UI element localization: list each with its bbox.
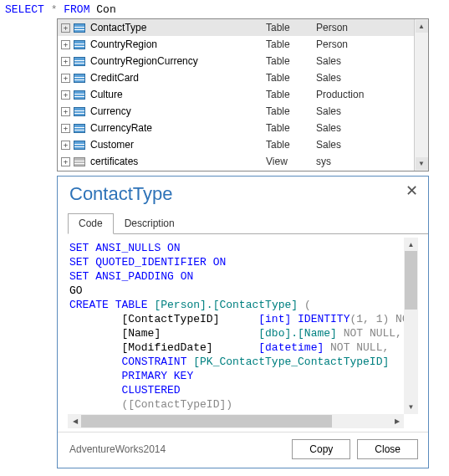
autocomplete-item[interactable]: +CurrencyRateTableSales [58, 120, 414, 136]
item-name: CreditCard [90, 72, 266, 84]
item-name: Culture [90, 89, 266, 100]
code-horizontal-scrollbar[interactable]: ◀ ▶ [68, 414, 404, 428]
item-type: View [266, 156, 316, 167]
item-schema: Person [316, 38, 414, 50]
table-icon [74, 57, 85, 66]
item-name: Currency [90, 105, 266, 117]
item-type: Table [266, 22, 316, 33]
expand-icon[interactable]: + [61, 74, 70, 83]
table-icon [74, 141, 85, 150]
item-type: Table [266, 122, 316, 134]
item-name: certificates [90, 156, 266, 167]
scroll-down-icon[interactable]: ▼ [416, 157, 428, 170]
autocomplete-item[interactable]: +CountryRegionCurrencyTableSales [58, 53, 414, 69]
sql-typed-text: Con [96, 3, 115, 16]
table-icon [74, 74, 85, 83]
item-schema: Sales [316, 105, 414, 117]
detail-title: ContactType [69, 183, 173, 205]
table-icon [74, 107, 85, 116]
autocomplete-item[interactable]: +CurrencyTableSales [58, 103, 414, 120]
item-type: Table [266, 139, 316, 151]
item-name: CurrencyRate [90, 122, 266, 134]
item-schema: Sales [316, 139, 414, 151]
table-icon [74, 124, 85, 133]
item-type: Table [266, 72, 316, 84]
scroll-left-icon[interactable]: ◀ [69, 415, 81, 427]
expand-icon[interactable]: + [61, 57, 70, 66]
table-icon [74, 90, 85, 100]
autocomplete-item[interactable]: +CountryRegionTablePerson [58, 36, 414, 53]
code-vertical-scrollbar[interactable]: ▲ ▼ [404, 238, 418, 414]
item-type: Table [266, 89, 316, 100]
autocomplete-item[interactable]: +CustomerTableSales [58, 136, 414, 153]
autocomplete-item[interactable]: +certificatesViewsys [58, 153, 414, 170]
copy-button[interactable]: Copy [292, 439, 350, 459]
expand-icon[interactable]: + [61, 124, 70, 133]
tab-description[interactable]: Description [114, 213, 186, 234]
item-schema: Sales [316, 122, 414, 134]
item-name: CountryRegion [90, 38, 266, 50]
database-name: AdventureWorks2014 [69, 443, 166, 455]
autocomplete-item[interactable]: +CultureTableProduction [58, 86, 414, 103]
expand-icon[interactable]: + [61, 107, 70, 116]
close-button[interactable]: Close [357, 439, 418, 459]
scroll-thumb[interactable] [405, 251, 417, 310]
scroll-up-icon[interactable]: ▲ [416, 20, 428, 33]
scroll-thumb[interactable] [81, 415, 332, 427]
item-schema: sys [316, 156, 414, 167]
table-icon [74, 40, 85, 49]
close-icon[interactable]: ✕ [406, 183, 418, 198]
item-schema: Person [316, 22, 414, 33]
sql-keyword: SELECT [5, 3, 44, 16]
expand-icon[interactable]: + [61, 23, 70, 33]
table-icon [74, 23, 85, 33]
item-name: CountryRegionCurrency [90, 55, 266, 67]
item-schema: Sales [316, 72, 414, 84]
item-type: Table [266, 38, 316, 50]
object-detail-popup: ContactType ✕ Code Description SET ANSI_… [57, 176, 429, 468]
sql-editor-line[interactable]: SELECT * FROM Con [0, 0, 449, 19]
sql-star: * [51, 3, 58, 16]
autocomplete-scrollbar[interactable]: ▲ ▼ [414, 19, 428, 171]
sql-keyword: FROM [64, 3, 89, 16]
scroll-up-icon[interactable]: ▲ [405, 238, 417, 251]
item-name: Customer [90, 139, 266, 151]
scroll-right-icon[interactable]: ▶ [390, 415, 403, 427]
item-type: Table [266, 55, 316, 67]
view-icon [74, 157, 85, 166]
autocomplete-item[interactable]: +CreditCardTableSales [58, 69, 414, 86]
autocomplete-item[interactable]: +ContactTypeTablePerson [58, 19, 414, 36]
expand-icon[interactable]: + [61, 90, 70, 100]
item-type: Table [266, 105, 316, 117]
scroll-down-icon[interactable]: ▼ [405, 401, 417, 413]
item-schema: Production [316, 89, 414, 100]
detail-tabs: Code Description [68, 213, 428, 234]
expand-icon[interactable]: + [61, 141, 70, 150]
expand-icon[interactable]: + [61, 40, 70, 49]
item-schema: Sales [316, 55, 414, 67]
autocomplete-rows: +ContactTypeTablePerson+CountryRegionTab… [58, 19, 414, 171]
expand-icon[interactable]: + [61, 157, 70, 166]
autocomplete-popup: +ContactTypeTablePerson+CountryRegionTab… [57, 18, 429, 171]
code-viewer[interactable]: SET ANSI_NULLS ON SET QUOTED_IDENTIFIER … [68, 238, 404, 414]
tab-code[interactable]: Code [68, 213, 114, 234]
item-name: ContactType [90, 22, 266, 33]
